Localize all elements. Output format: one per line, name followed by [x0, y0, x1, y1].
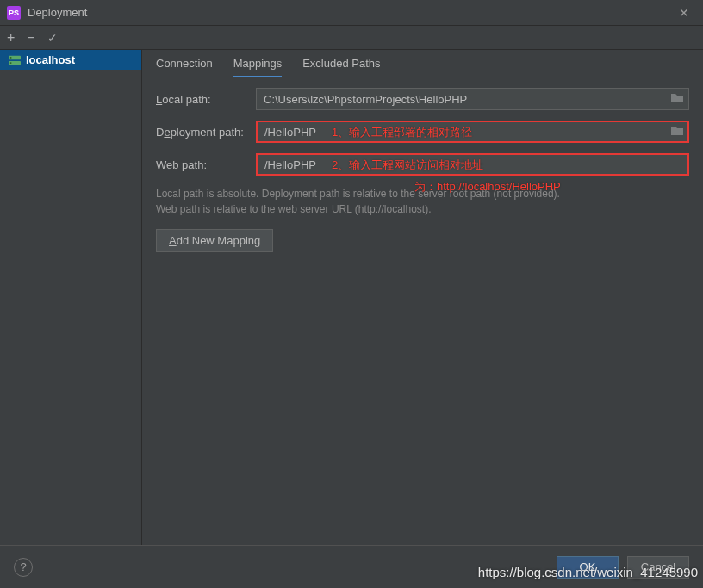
help-line-1: Local path is absolute. Deployment path …: [156, 186, 689, 201]
content-panel: Connection Mappings Excluded Paths Local…: [142, 50, 703, 545]
footer: ? OK Cancel: [0, 545, 703, 588]
add-new-mapping-button[interactable]: Add New Mapping: [156, 229, 273, 252]
main-area: localhost Connection Mappings Excluded P…: [0, 50, 703, 545]
svg-point-3: [10, 62, 12, 64]
add-icon[interactable]: +: [7, 31, 15, 45]
titlebar: PS Deployment ✕: [0, 0, 703, 26]
tab-connection[interactable]: Connection: [156, 51, 213, 76]
folder-icon[interactable]: [670, 125, 684, 137]
deployment-path-input[interactable]: [256, 121, 689, 143]
row-deployment-path: Deployment path: 1、输入工程部署的相对路径: [156, 121, 689, 143]
deployment-path-input-wrap: 1、输入工程部署的相对路径: [256, 121, 689, 143]
remove-icon[interactable]: −: [27, 31, 34, 45]
local-path-input-wrap: [256, 88, 689, 110]
help-icon[interactable]: ?: [14, 558, 33, 577]
server-name: localhost: [26, 53, 75, 66]
help-text: Local path is absolute. Deployment path …: [156, 186, 689, 217]
cancel-button[interactable]: Cancel: [627, 556, 689, 579]
window-title: Deployment: [28, 6, 672, 19]
help-line-2: Web path is relative to the web server U…: [156, 201, 689, 217]
web-path-input-wrap: 2、输入工程网站访问相对地址: [256, 153, 689, 176]
web-path-input[interactable]: [256, 153, 689, 176]
svg-point-2: [10, 57, 12, 59]
tab-excluded-paths[interactable]: Excluded Paths: [302, 51, 380, 76]
check-icon[interactable]: ✓: [47, 32, 58, 44]
row-local-path: Local path:: [156, 88, 689, 110]
toolbar: + − ✓: [0, 26, 703, 50]
local-path-label: Local path:: [156, 93, 247, 106]
server-icon: [9, 55, 21, 65]
sidebar: localhost: [0, 50, 142, 545]
app-icon: PS: [7, 6, 21, 20]
row-web-path: Web path: 2、输入工程网站访问相对地址: [156, 153, 689, 176]
tabs: Connection Mappings Excluded Paths: [142, 50, 703, 77]
tab-mappings[interactable]: Mappings: [233, 51, 282, 77]
deployment-path-label: Deployment path:: [156, 126, 247, 139]
close-icon[interactable]: ✕: [672, 6, 696, 20]
folder-icon[interactable]: [670, 92, 684, 104]
ok-button[interactable]: OK: [557, 556, 619, 579]
local-path-input[interactable]: [256, 88, 689, 110]
server-item-localhost[interactable]: localhost: [0, 50, 141, 70]
web-path-label: Web path:: [156, 158, 247, 171]
mappings-form: Local path: Deployment path: 1、输入工程部署的相对…: [142, 77, 703, 252]
